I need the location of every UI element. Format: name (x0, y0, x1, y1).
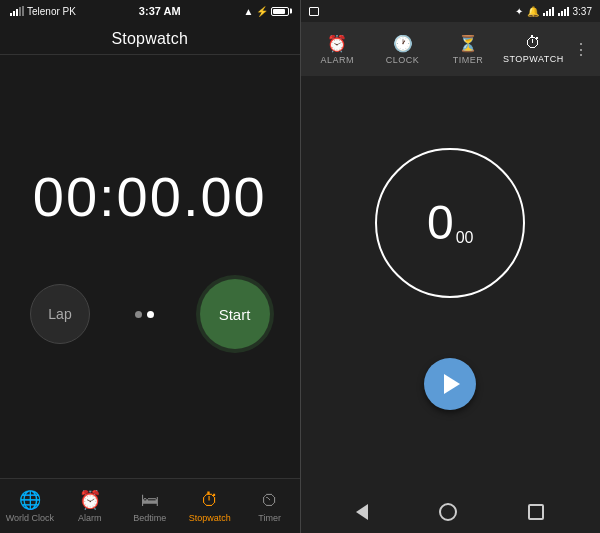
back-icon (356, 504, 368, 520)
bluetooth-icon-android: ✦ (515, 6, 523, 17)
tab-stopwatch[interactable]: ⏱ Stopwatch (180, 490, 240, 523)
android-nav-bar (301, 491, 601, 533)
android-tab-clock[interactable]: 🕐 CLOCK (370, 28, 435, 71)
battery-icon (271, 7, 289, 16)
ios-title: Stopwatch (0, 30, 300, 48)
stopwatch-label: Stopwatch (189, 513, 231, 523)
ios-status-icons: ▲ ⚡ (244, 6, 290, 17)
android-alarm-label: ALARM (320, 55, 354, 65)
android-panel: ✦ 🔔 3:37 ⏰ ALARM 🕐 CLOCK (301, 0, 601, 533)
signal-bars (10, 6, 24, 16)
more-icon: ⋮ (573, 40, 589, 59)
android-timer-icon: ⏳ (458, 34, 478, 53)
android-clock-label: CLOCK (386, 55, 420, 65)
android-tab-stopwatch[interactable]: ⏱ STOPWATCH (501, 28, 566, 70)
android-signal (543, 7, 554, 16)
lap-button[interactable]: Lap (30, 284, 90, 344)
ios-status-bar: Telenor PK 3:37 AM ▲ ⚡ (0, 0, 300, 22)
android-wifi (558, 7, 569, 16)
home-icon (439, 503, 457, 521)
android-status-bar: ✦ 🔔 3:37 (301, 0, 601, 22)
play-icon (444, 374, 460, 394)
bluetooth-icon: ⚡ (256, 6, 268, 17)
page-dots (135, 311, 154, 318)
timer-number: 0 (427, 199, 454, 247)
carrier: Telenor PK (10, 6, 76, 17)
tab-world-clock[interactable]: 🌐 World Clock (0, 489, 60, 523)
android-tab-alarm[interactable]: ⏰ ALARM (305, 28, 370, 71)
android-tab-timer[interactable]: ⏳ TIMER (435, 28, 500, 71)
world-clock-label: World Clock (6, 513, 54, 523)
timer-display-row: 0 00 (427, 199, 474, 247)
timer-sub: 00 (456, 229, 474, 247)
android-main: 0 00 (301, 76, 601, 491)
ios-time: 3:37 AM (139, 5, 181, 17)
android-alarm-icon: ⏰ (327, 34, 347, 53)
recents-icon (528, 504, 544, 520)
tab-bedtime[interactable]: 🛏 Bedtime (120, 490, 180, 523)
bedtime-icon: 🛏 (141, 490, 159, 511)
dot-2 (147, 311, 154, 318)
alarm-icon: ⏰ (79, 489, 101, 511)
android-time: 3:37 (573, 6, 592, 17)
android-clock-icon: 🕐 (393, 34, 413, 53)
world-clock-icon: 🌐 (19, 489, 41, 511)
back-button[interactable] (356, 504, 368, 520)
circle-timer: 0 00 (375, 148, 525, 298)
carrier-name: Telenor PK (27, 6, 76, 17)
ios-tab-bar: 🌐 World Clock ⏰ Alarm 🛏 Bedtime ⏱ Stopwa… (0, 478, 300, 533)
recents-button[interactable] (528, 504, 544, 520)
tab-timer[interactable]: ⏲ Timer (240, 490, 300, 523)
android-more-button[interactable]: ⋮ (566, 40, 596, 59)
alarm-label: Alarm (78, 513, 102, 523)
wifi-icon: ▲ (244, 6, 254, 17)
android-tab-bar: ⏰ ALARM 🕐 CLOCK ⏳ TIMER ⏱ STOPWATCH ⋮ (301, 22, 601, 76)
android-timer-label: TIMER (453, 55, 484, 65)
stopwatch-display: 00:00.00 (33, 164, 267, 229)
volume-icon: 🔔 (527, 6, 539, 17)
dot-1 (135, 311, 142, 318)
start-button[interactable]: Start (200, 279, 270, 349)
android-stopwatch-icon: ⏱ (525, 34, 541, 52)
image-icon (309, 7, 319, 16)
android-play-button[interactable] (424, 358, 476, 410)
ios-panel: Telenor PK 3:37 AM ▲ ⚡ Stopwatch 00:00.0… (0, 0, 300, 533)
ios-header: Stopwatch (0, 22, 300, 55)
timer-icon: ⏲ (261, 490, 279, 511)
ios-main: 00:00.00 Lap Start (0, 55, 300, 478)
ios-controls: Lap Start (0, 279, 300, 349)
timer-label: Timer (258, 513, 281, 523)
bedtime-label: Bedtime (133, 513, 166, 523)
android-status-right: ✦ 🔔 3:37 (515, 6, 592, 17)
home-button[interactable] (439, 503, 457, 521)
stopwatch-icon: ⏱ (201, 490, 219, 511)
android-status-left (309, 7, 319, 16)
tab-alarm[interactable]: ⏰ Alarm (60, 489, 120, 523)
android-stopwatch-label: STOPWATCH (503, 54, 564, 64)
